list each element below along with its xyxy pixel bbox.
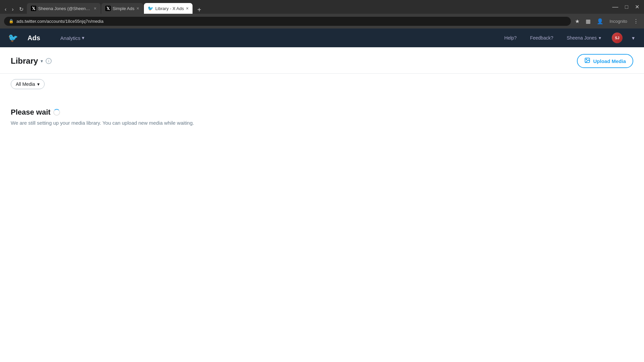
help-link[interactable]: Help? [502,33,520,43]
incognito-label: Incognito [608,17,629,25]
analytics-chevron-icon: ▾ [82,35,85,41]
page-title-row: Library ▾ i [11,56,52,66]
tab3-title: Library - X Ads [155,6,184,11]
user-dropdown-chevron[interactable]: ▾ [631,35,636,41]
address-bar-row: 🔒 ads.twitter.com/accounts/18ce55njq7n/m… [0,14,644,28]
avatar[interactable]: SJ [612,33,623,43]
ads-label: Ads [28,34,40,42]
tab2-close[interactable]: × [137,6,139,11]
please-wait-text: Please wait [11,108,51,117]
page-title-caret-icon[interactable]: ▾ [41,58,43,64]
upload-media-button[interactable]: Upload Media [577,54,633,68]
browser-refresh-btn[interactable]: ↻ [17,5,25,14]
please-wait-description: We are still setting up your media libra… [11,120,633,126]
avatar-image: SJ [612,33,623,43]
user-name-label: Sheena Jones [567,35,597,41]
page-title: Library [11,56,38,66]
address-text: ads.twitter.com/accounts/18ce55njq7n/med… [16,19,103,24]
minimize-btn[interactable]: — [610,2,620,12]
page-content: Library ▾ i Upload Media [0,47,644,362]
tab3-close[interactable]: × [186,6,189,11]
sidebar-icon[interactable]: ▦ [584,17,592,26]
feedback-link[interactable]: Feedback? [527,33,556,43]
filter-label: All Media [16,81,35,87]
profile-icon[interactable]: 👤 [595,17,605,26]
analytics-nav-item[interactable]: Analytics ▾ [56,32,89,44]
filter-chevron-icon: ▾ [37,81,40,87]
browser-back-btn[interactable]: ‹ [3,5,8,14]
tab3-favicon: 🐦 [148,6,153,11]
avatar-initials: SJ [615,36,619,40]
close-window-btn[interactable]: ✕ [633,2,641,11]
all-media-filter-btn[interactable]: All Media ▾ [11,79,45,89]
browser-chrome: ‹ › ↻ 𝕏 Sheena Jones (@SheenaJone4... × … [0,0,644,28]
more-icon[interactable]: ⋮ [632,17,640,26]
info-icon[interactable]: i [46,58,52,64]
tab1-close[interactable]: × [94,6,96,11]
loading-spinner-icon [53,109,60,116]
new-tab-btn[interactable]: + [195,6,204,14]
browser-tab-3[interactable]: 🐦 Library - X Ads × [144,3,193,14]
browser-tab-2[interactable]: 𝕏 Simple Ads × [101,3,143,14]
upload-icon [584,57,590,65]
browser-forward-btn[interactable]: › [10,5,15,14]
bookmark-icon[interactable]: ★ [574,17,581,26]
app: 🐦 Ads Analytics ▾ Help? Feedback? Sheena… [0,28,644,362]
user-chevron-icon: ▾ [599,35,601,41]
page-header: Library ▾ i Upload Media [0,47,644,74]
please-wait-heading: Please wait [11,108,633,117]
analytics-nav-label: Analytics [60,35,80,41]
upload-media-label: Upload Media [593,58,626,64]
twitter-logo-icon: 🐦 [8,33,18,43]
top-nav: 🐦 Ads Analytics ▾ Help? Feedback? Sheena… [0,28,644,47]
browser-tab-1[interactable]: 𝕏 Sheena Jones (@SheenaJone4... × [27,3,101,14]
svg-point-1 [586,59,587,60]
tab2-title: Simple Ads [113,6,135,11]
user-menu[interactable]: Sheena Jones ▾ [564,33,604,43]
address-bar[interactable]: 🔒 ads.twitter.com/accounts/18ce55njq7n/m… [4,17,571,26]
tab2-favicon: 𝕏 [105,6,111,11]
main-content-area: Please wait We are still setting up your… [0,95,644,139]
tab1-title: Sheena Jones (@SheenaJone4... [38,6,92,11]
maximize-btn[interactable]: □ [623,3,630,11]
tab1-favicon: 𝕏 [31,6,36,11]
address-bar-actions: ★ ▦ 👤 Incognito ⋮ [574,17,640,26]
lock-icon: 🔒 [9,19,14,23]
filter-row: All Media ▾ [0,74,644,95]
